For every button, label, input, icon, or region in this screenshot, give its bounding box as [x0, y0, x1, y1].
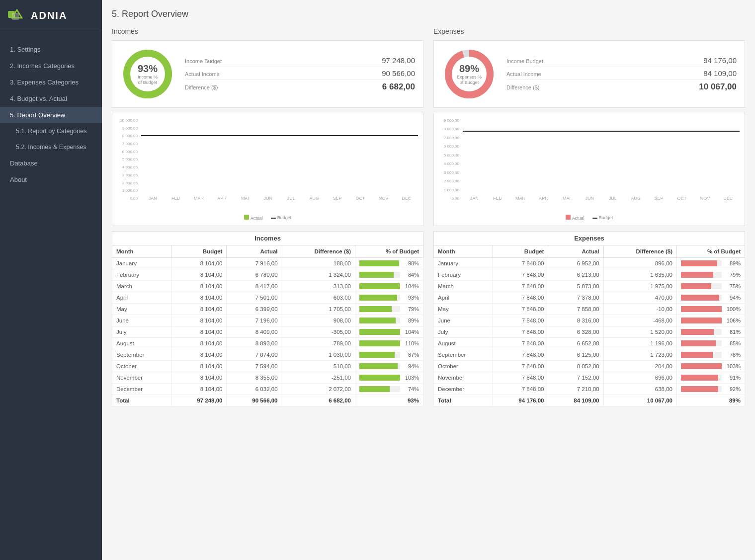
page-title: 5. Report Overview — [112, 9, 745, 19]
sidebar-item-incomes-expenses[interactable]: 5.2. Incomes & Expenses — [0, 139, 102, 155]
expenses-bars-area — [463, 120, 740, 195]
incomes-legend: Actual Budget — [117, 215, 418, 221]
table-row: April8 104,007 501,00603,0093% — [112, 292, 423, 304]
table-row: Total94 176,0084 109,0010 067,0089% — [434, 395, 745, 406]
table-row: January8 104,007 916,00188,0098% — [112, 258, 423, 269]
incomes-stats: Income Budget 97 248,00 Actual Income 90… — [185, 54, 415, 94]
table-row: August8 104,008 893,00-789,00110% — [112, 338, 423, 349]
table-row: June7 848,008 316,00-468,00106% — [434, 315, 745, 326]
table-row: March7 848,005 873,001 975,0075% — [434, 281, 745, 292]
incomes-stat-budget: Income Budget 97 248,00 — [185, 54, 415, 67]
expenses-stat-diff: Difference ($) 10 067,00 — [506, 80, 737, 94]
sidebar-item-settings[interactable]: 1. Settings — [0, 41, 102, 58]
incomes-donut: 93% Income % of Budget — [120, 47, 175, 101]
incomes-col-header: Actual — [227, 245, 282, 258]
expenses-chart: 9 000,00 8 000,00 7 000,00 6 000,00 5 00… — [433, 113, 745, 226]
sidebar-item-budget-actual[interactable]: 4. Budget vs. Actual — [0, 90, 102, 107]
expenses-column: Expenses 89% Expenses % of Budget — [433, 27, 745, 406]
incomes-table: Incomes MonthBudgetActualDifference ($)%… — [112, 231, 423, 406]
table-row: Total97 248,0090 566,006 682,0093% — [112, 395, 423, 406]
sidebar-item-database[interactable]: Database — [0, 155, 102, 171]
table-row: May7 848,007 858,00-10,00100% — [434, 304, 745, 315]
table-row: October7 848,008 052,00-204,00103% — [434, 361, 745, 372]
sidebar-nav: 1. Settings 2. Incomes Categories 3. Exp… — [0, 31, 102, 560]
expenses-donut-label: 89% Expenses % of Budget — [457, 63, 482, 85]
expenses-legend: Actual Budget — [439, 215, 740, 221]
expenses-stats: Income Budget 94 176,00 Actual Income 84… — [506, 54, 737, 94]
table-row: June8 104,007 196,00908,0089% — [112, 315, 423, 326]
incomes-chart: 10 000,00 9 000,00 8 000,00 7 000,00 6 0… — [112, 113, 423, 226]
table-row: January7 848,006 952,00896,0089% — [434, 258, 745, 269]
incomes-summary-card: 93% Income % of Budget Income Budget 97 … — [112, 40, 423, 108]
main-content: 5. Report Overview Incomes 93% Income % … — [102, 0, 755, 560]
table-row: November7 848,007 152,00696,0091% — [434, 372, 745, 384]
table-row: November8 104,008 355,00-251,00103% — [112, 372, 423, 384]
table-row: October8 104,007 594,00510,0094% — [112, 361, 423, 372]
expenses-table: Expenses MonthBudgetActualDifference ($)… — [433, 231, 745, 406]
logo-text: ADNIA — [31, 10, 67, 21]
logo: ADNIA — [0, 0, 102, 31]
expenses-section-title: Expenses — [433, 27, 745, 35]
incomes-col-header: % of Budget — [355, 245, 423, 258]
table-row: August7 848,006 652,001 196,0085% — [434, 338, 745, 349]
incomes-column: Incomes 93% Income % of Budget — [112, 27, 423, 406]
incomes-col-header: Budget — [171, 245, 227, 258]
expenses-col-header: Month — [434, 245, 493, 258]
incomes-table-title: Incomes — [112, 232, 423, 245]
incomes-bars-area — [141, 120, 418, 195]
expenses-col-header: Actual — [548, 245, 603, 258]
expenses-stat-budget: Income Budget 94 176,00 — [506, 54, 737, 67]
expenses-col-header: Budget — [493, 245, 548, 258]
incomes-stat-diff: Difference ($) 6 682,00 — [185, 80, 415, 94]
expenses-stat-actual: Actual Income 84 109,00 — [506, 67, 737, 80]
table-row: April7 848,007 378,00470,0094% — [434, 292, 745, 304]
expenses-col-header: Difference ($) — [603, 245, 676, 258]
table-row: December8 104,006 032,002 072,0074% — [112, 384, 423, 395]
expenses-col-header: % of Budget — [676, 245, 745, 258]
table-row: September7 848,006 125,001 723,0078% — [434, 349, 745, 361]
incomes-col-header: Difference ($) — [282, 245, 355, 258]
table-row: March8 104,008 417,00-313,00104% — [112, 281, 423, 292]
incomes-section-title: Incomes — [112, 27, 423, 35]
table-row: July7 848,006 328,001 520,0081% — [434, 326, 745, 338]
table-row: July8 104,008 409,00-305,00104% — [112, 326, 423, 338]
table-row: December7 848,007 210,00638,0092% — [434, 384, 745, 395]
table-row: September8 104,007 074,001 030,0087% — [112, 349, 423, 361]
expenses-table-title: Expenses — [434, 232, 745, 245]
incomes-donut-label: 93% Income % of Budget — [138, 63, 158, 85]
sidebar-item-expenses-cat[interactable]: 3. Expenses Categories — [0, 74, 102, 90]
incomes-yaxis: 10 000,00 9 000,00 8 000,00 7 000,00 6 0… — [117, 118, 139, 201]
expenses-summary-card: 89% Expenses % of Budget Income Budget 9… — [433, 40, 745, 108]
sidebar-item-about[interactable]: About — [0, 171, 102, 188]
table-row: May8 104,006 399,001 705,0079% — [112, 304, 423, 315]
sidebar: ADNIA 1. Settings 2. Incomes Categories … — [0, 0, 102, 560]
table-row: February8 104,006 780,001 324,0084% — [112, 269, 423, 281]
two-col-layout: Incomes 93% Income % of Budget — [112, 27, 745, 406]
incomes-stat-actual: Actual Income 90 566,00 — [185, 67, 415, 80]
logo-icon — [8, 9, 26, 22]
sidebar-item-incomes-cat[interactable]: 2. Incomes Categories — [0, 58, 102, 74]
sidebar-item-report-categories[interactable]: 5.1. Report by Categories — [0, 123, 102, 139]
table-row: February7 848,006 213,001 635,0079% — [434, 269, 745, 281]
expenses-donut: 89% Expenses % of Budget — [442, 47, 497, 101]
incomes-col-header: Month — [112, 245, 171, 258]
sidebar-item-report-overview[interactable]: 5. Report Overview — [0, 107, 102, 123]
